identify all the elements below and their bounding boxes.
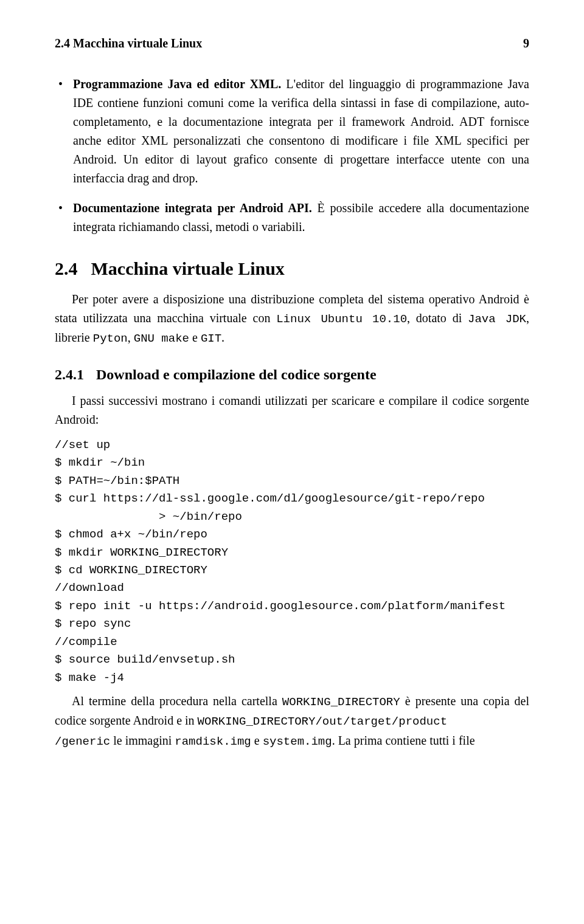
bullet-list: Programmazione Java ed editor XML. L'edi… (55, 75, 529, 236)
running-head: 2.4 Macchina virtuale Linux 9 (55, 36, 529, 50)
section-heading: 2.4Macchina virtuale Linux (55, 258, 529, 279)
code-block: //set up $ mkdir ~/bin $ PATH=~/bin:$PAT… (55, 436, 529, 687)
subsection-intro: I passi successivi mostrano i comandi ut… (55, 391, 529, 429)
inline-code: ramdisk.img (175, 735, 251, 748)
bullet-item: Programmazione Java ed editor XML. L'edi… (73, 75, 529, 188)
runhead-left: 2.4 Macchina virtuale Linux (55, 36, 202, 50)
closing-para: Al termine della procedura nella cartell… (55, 692, 529, 751)
inline-code: system.img (263, 735, 332, 748)
subsection-heading: 2.4.1Download e compilazione del codice … (55, 367, 529, 383)
section-title: Macchina virtuale Linux (91, 258, 285, 278)
inline-code: Pyton (93, 332, 128, 345)
bullet-item: Documentazione integrata per Android API… (73, 199, 529, 236)
runhead-pagenum: 9 (523, 36, 529, 50)
inline-code: WORKING_DIRECTORY/out/target/product (198, 715, 447, 728)
inline-code: WORKING_DIRECTORY (282, 695, 400, 709)
bullet-body: L'editor del linguaggio di programmazion… (73, 77, 529, 185)
subsection-number: 2.4.1 (55, 367, 84, 382)
section-number: 2.4 (55, 258, 78, 278)
subsection-title: Download e compilazione del codice sorge… (96, 367, 377, 382)
page: 2.4 Macchina virtuale Linux 9 Programmaz… (0, 0, 584, 795)
inline-code: Java JDK (468, 312, 526, 326)
bullet-title: Documentazione integrata per Android API… (73, 201, 312, 215)
inline-code: GNU make (134, 332, 189, 345)
section-para: Per poter avere a disposizione una distr… (55, 290, 529, 348)
bullet-title: Programmazione Java ed editor XML. (73, 77, 281, 91)
inline-code: GIT (201, 332, 221, 345)
inline-code: /generic (55, 735, 110, 748)
inline-code: Linux Ubuntu 10.10 (276, 312, 407, 326)
